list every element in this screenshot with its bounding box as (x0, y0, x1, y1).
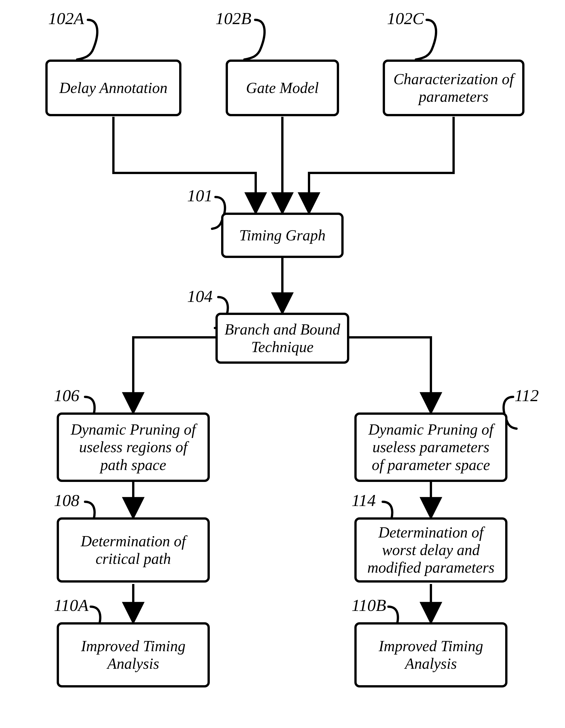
box-gate-model: Gate Model (226, 60, 339, 116)
ref-label-108: 108 (54, 492, 79, 509)
box-branch-and-bound: Branch and BoundTechnique (215, 313, 349, 364)
box-text: Dynamic Pruning ofuseless parametersof p… (369, 421, 494, 473)
box-critical-path: Determination ofcritical path (57, 517, 210, 583)
ref-label-112: 112 (515, 387, 539, 404)
ref-label-106: 106 (54, 387, 79, 404)
box-characterization: Characterization ofparameters (383, 60, 524, 116)
ref-label-102C: 102C (387, 10, 424, 27)
ref-label-114: 114 (352, 492, 376, 509)
box-text: Improved TimingAnalysis (81, 637, 185, 672)
box-text: Determination ofworst delay andmodified … (367, 524, 494, 576)
box-delay-annotation: Delay Annotation (45, 60, 181, 116)
box-worst-delay: Determination ofworst delay andmodified … (354, 517, 507, 583)
box-pruning-path-space: Dynamic Pruning ofuseless regions ofpath… (57, 412, 210, 482)
box-text: Gate Model (246, 79, 319, 97)
box-timing-graph: Timing Graph (221, 213, 344, 258)
box-improved-analysis-right: Improved TimingAnalysis (354, 622, 507, 687)
box-improved-analysis-left: Improved TimingAnalysis (57, 622, 210, 687)
box-text: Determination ofcritical path (81, 532, 186, 568)
diagram-canvas: Delay Annotation Gate Model Characteriza… (0, 0, 565, 728)
box-text: Delay Annotation (59, 79, 167, 97)
ref-label-102B: 102B (215, 10, 251, 27)
box-text: Timing Graph (239, 227, 326, 244)
ref-label-110A: 110A (54, 597, 88, 614)
ref-label-102A: 102A (48, 10, 84, 27)
box-text: Dynamic Pruning ofuseless regions ofpath… (71, 421, 196, 473)
box-text: Improved TimingAnalysis (379, 637, 483, 672)
ref-label-110B: 110B (352, 597, 386, 614)
box-pruning-parameter-space: Dynamic Pruning ofuseless parametersof p… (354, 412, 507, 482)
box-text: Characterization ofparameters (393, 70, 514, 105)
ref-label-104: 104 (187, 288, 213, 305)
box-text: Branch and BoundTechnique (225, 321, 340, 356)
ref-label-101: 101 (187, 187, 213, 204)
